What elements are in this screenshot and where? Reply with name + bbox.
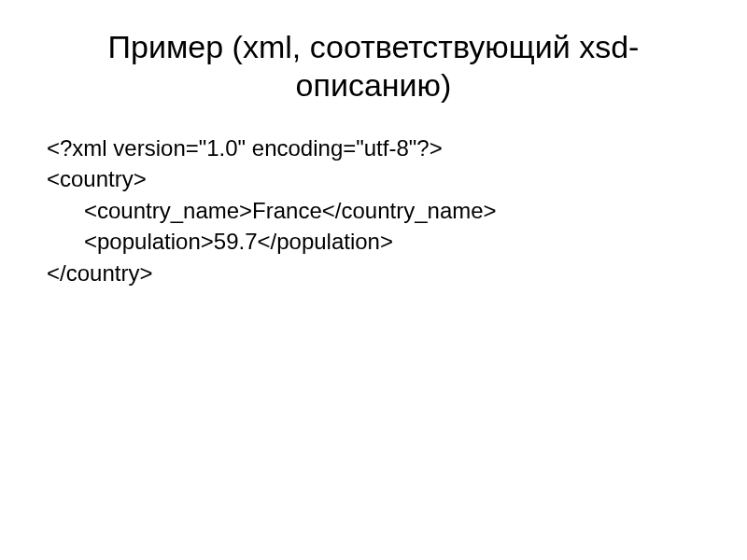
code-line-5: </country>: [47, 258, 700, 289]
code-line-1: <?xml version="1.0" encoding="utf-8"?>: [47, 133, 700, 164]
xml-code-block: <?xml version="1.0" encoding="utf-8"?> <…: [47, 133, 700, 289]
slide-title: Пример (xml, соответствующий xsd-описани…: [47, 28, 700, 105]
code-line-4: <population>59.7</population>: [47, 226, 700, 258]
code-line-2: <country>: [47, 163, 700, 195]
code-line-3: <country_name>France</country_name>: [47, 195, 700, 227]
